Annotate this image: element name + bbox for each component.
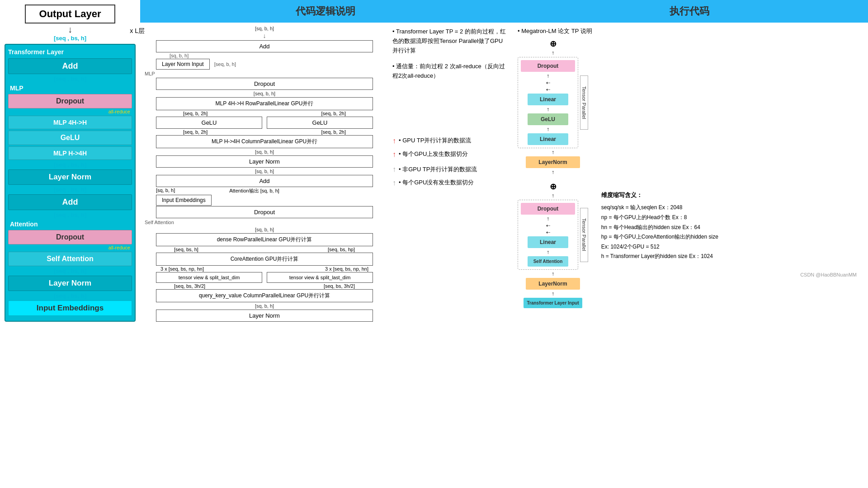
flow-split-tensor: tensor view & split_last_dim tensor view…	[156, 272, 373, 283]
flow-label-sq-b-h-add-l: [sq, b, h]	[156, 188, 175, 194]
csdn-credit: CSDN @HaoBBNuanMM	[601, 271, 857, 280]
tp-label-bottom: Tensor Parallel	[580, 208, 588, 262]
flow-mlp-h4h-col: MLP H->4H ColumnParallelLinear GPU并行	[156, 135, 373, 148]
gelu-left: GeLU	[156, 117, 262, 129]
r-gelu: GeLU	[528, 113, 568, 125]
self-attention-section-label: Self Attention	[145, 220, 174, 225]
dropout-block-1: Dropout	[8, 94, 132, 108]
flow-label-final: [sq, b, h]	[255, 303, 274, 309]
split-label-left-1: [seq, b, 2h]	[183, 111, 208, 116]
flow-input-embeddings: Input Embeddings	[156, 195, 212, 206]
r-layernorm-bottom: LayerNorm	[526, 278, 580, 290]
flow-label-mlp-1: [seq, b, h]	[254, 91, 275, 96]
flow-add-mid: Add	[156, 175, 373, 187]
norm-layer-block-1: Layer Norm	[8, 169, 132, 185]
transformer-layer-box: Transformer Layer Add [seq , bs, h] MLP …	[5, 44, 136, 322]
plus-bottom: ⊕	[550, 182, 557, 192]
split-label-3x-right: 3 x [seq, bs, np, hn]	[325, 266, 368, 272]
seq-label-4: [seq , bs, h]	[8, 186, 132, 193]
label-sq-b-h-side: [sq, b, h]	[170, 53, 189, 58]
flow-label-sa-1: [sq, b, h]	[255, 227, 274, 232]
all-reduce-label-1: all-reduce	[8, 109, 132, 114]
dim-h: h = Transformer Layer的hidden size Ex：102…	[601, 252, 857, 262]
flow-mlp4h-row: MLP 4H->H RowParallelLinear GPU并行	[156, 97, 373, 110]
dim-hp-ex: Ex: 1024/2个GPU = 512	[601, 242, 857, 252]
flow-label-mlp-3: [sq, b, h]	[255, 169, 274, 174]
add-block-2: Add	[8, 194, 132, 210]
split-label-bs-h: [seq, bs, h]	[174, 247, 198, 252]
seq-label-7: [seq , bs, h]	[8, 292, 132, 299]
mlp-h4h-block: MLP H->4H	[8, 146, 132, 160]
attention-section-label: Attention	[8, 220, 132, 229]
gelu-block: GeLU	[8, 131, 132, 145]
top-diagram-group: ⊕ ↑ Dropout ↑ ⇠ ⇠ Linear ↑ GeLU ↑ Linear…	[518, 39, 588, 175]
bullet-comm: • 通信量：前向过程 2 次all-reduce（反向过程2次all-reduc…	[392, 62, 507, 81]
flow-layer-norm-bottom: Layer Norm	[156, 310, 373, 322]
right-panel: 执行代码 • Megatron-LM 论文 TP 说明 ⊕ ↑ Dropout …	[511, 0, 868, 488]
r-dropout-bottom: Dropout	[521, 203, 575, 215]
output-layer-box: Output Layer	[25, 5, 115, 23]
dim-hn: hn = 每个Head输出的hidden size Ex：64	[601, 223, 857, 233]
r-transformer-input: Transformer Layer Input	[524, 298, 582, 308]
flow-label-sq-b-h-top: [sq, b, h]	[255, 26, 274, 31]
mlp4h-h-block: MLP 4H->H	[8, 116, 132, 129]
input-embeddings-block: Input Embeddings	[8, 300, 132, 316]
r-dropout-top: Dropout	[521, 60, 575, 72]
dimension-description: 维度缩写含义： seq/sq/sk = 输入seqlen Ex：2048 np …	[601, 190, 857, 262]
r-linear-top-1: Linear	[528, 133, 568, 145]
split-label-bs-hp: [seq, bs, hp]	[328, 247, 355, 252]
transformer-title: Transformer Layer	[8, 48, 132, 56]
bullet-tp2: • Transformer Layer TP = 2 的前向过程，红色的数据流即…	[392, 27, 507, 55]
r-linear-top-2: Linear	[528, 94, 568, 105]
flow-add-top: Add	[156, 40, 373, 52]
middle-header: 代码逻辑说明	[140, 0, 511, 23]
seq-label-6: [seq , bs, h]	[8, 267, 132, 274]
bullet-gpu-flow: ↑ • GPU TP并行计算的数据流 ↑ • 每个GPU上发生数据切分 ↑ • …	[392, 135, 507, 188]
split-label-3x-left: 3 x [seq, bs, np, hn]	[160, 266, 204, 272]
flow-core-attn: CoreAttention GPU并行计算	[156, 253, 373, 266]
dim-hp: hp = 每个GPU上CoreAttention输出的hidden size	[601, 232, 857, 242]
gelu-right: GeLU	[267, 117, 373, 129]
flow-label-attention-out: Attention输出 [sq, b, h]	[229, 188, 279, 194]
mlp-section-label: MLP	[8, 84, 132, 93]
tensor-split-left: tensor view & split_last_dim	[156, 272, 262, 283]
mlp-section-label-flow: MLP	[145, 71, 155, 76]
right-header: 执行代码	[511, 0, 868, 23]
seq-label-1: [seq , bs, h]	[54, 35, 86, 42]
tensor-split-right: tensor view & split_last_dim	[267, 272, 373, 283]
flow-dropout-attn: Dropout	[156, 206, 373, 218]
left-panel: Output Layer ↓ [seq , bs, h] x L层 Transf…	[0, 0, 140, 488]
r-linear-bottom: Linear	[528, 236, 568, 248]
flow-layer-norm-input: Layer Norm Input	[156, 59, 210, 70]
dim-title: 维度缩写含义：	[601, 190, 857, 200]
flow-label-sq-b-h-2: [seq, b, h]	[214, 61, 236, 67]
right-diagram-col: • Megatron-LM 论文 TP 说明 ⊕ ↑ Dropout ↑ ⇠ ⇠…	[518, 27, 592, 483]
megatron-label: • Megatron-LM 论文 TP 说明	[518, 27, 592, 35]
seq-label-2: [seq , bs, h]	[8, 75, 132, 82]
flow-dense-row: dense RowParallelLinear GPU并行计算	[156, 233, 373, 246]
dim-seq: seq/sq/sk = 输入seqlen Ex：2048	[601, 203, 857, 213]
right-content: • Megatron-LM 论文 TP 说明 ⊕ ↑ Dropout ↑ ⇠ ⇠…	[511, 23, 868, 488]
arrow-1: ↓	[263, 32, 266, 40]
dropout-block-2: Dropout	[8, 230, 132, 244]
self-attention-block: Self Attention	[8, 252, 132, 266]
plus-top: ⊕	[550, 39, 557, 49]
split-label-3h2-left: [seq, bs, 3h/2]	[174, 283, 205, 289]
flow-dropout-mlp: Dropout	[156, 78, 373, 90]
tp-label-top: Tensor Parallel	[580, 75, 588, 130]
flow-qkv-col: query_kery_value ColumnParallelLinear GP…	[156, 289, 373, 302]
middle-panel: 代码逻辑说明 [sq, b, h] ↓ Add [sq, b, h] Layer…	[140, 0, 511, 488]
bottom-diagram-group: ⊕ ↑ Dropout ↑ ⇠ ⇠ Linear ↑ Self Attentio…	[518, 182, 588, 308]
flow-diagram: [sq, b, h] ↓ Add [sq, b, h] Layer Norm I…	[140, 23, 389, 488]
all-reduce-label-2: all-reduce	[8, 245, 132, 250]
split-label-3h2-right: [seq, bs, 3h/2]	[324, 283, 355, 289]
add-block-1: Add	[8, 58, 132, 74]
flow-split-gelu: GeLU GeLU	[156, 117, 373, 129]
flow-layer-norm: Layer Norm	[156, 155, 373, 168]
seq-label-3: [seq , bs, h]	[8, 161, 132, 168]
dim-np: np = 每个GPU上的Head个数 Ex：8	[601, 213, 857, 223]
layer-norm-block-2: Layer Norm	[8, 276, 132, 291]
flow-label-mlp-2: [sq, b, h]	[255, 149, 274, 155]
middle-bullets: • Transformer Layer TP = 2 的前向过程，红色的数据流即…	[389, 23, 511, 488]
split-label-left-2: [seq, b, 2h]	[183, 129, 208, 135]
